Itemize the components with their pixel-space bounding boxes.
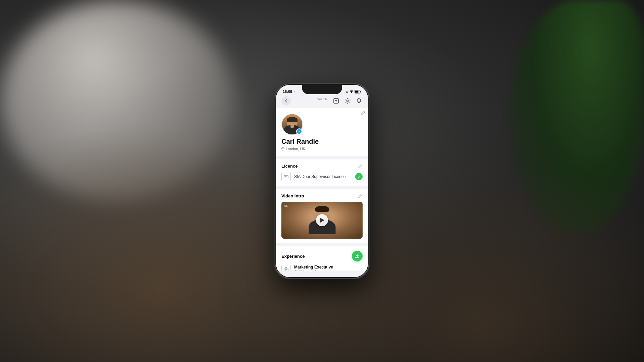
nav-icons xyxy=(332,97,363,105)
experience-content: Marketing Executive Get Licensed xyxy=(294,265,363,270)
settings-button[interactable] xyxy=(344,97,351,105)
upload-nav-button[interactable] xyxy=(332,97,340,105)
experience-icon xyxy=(281,265,291,270)
video-watermark: GL xyxy=(284,204,288,207)
svg-rect-3 xyxy=(355,90,359,93)
phone-wrapper: 18:09 ↑ ▲ xyxy=(275,84,369,278)
signal-icon: ▲ xyxy=(345,90,348,93)
status-time: 18:09 xyxy=(283,89,292,94)
experience-job-title: Marketing Executive xyxy=(294,265,363,269)
licence-section: Licence xyxy=(276,159,368,186)
phone-device: 18:09 ↑ ▲ xyxy=(275,84,369,278)
avatar-container: ✓ xyxy=(281,114,303,135)
video-section-header: Video Intro xyxy=(281,193,363,198)
battery-icon xyxy=(355,90,361,94)
location-text: London, UK xyxy=(286,147,305,151)
location-icon xyxy=(281,147,284,151)
experience-upload-button[interactable] xyxy=(352,251,363,261)
profile-edit-button[interactable] xyxy=(359,108,368,118)
screen-content: ✓ Carl Randle xyxy=(276,108,368,270)
experience-section: Experience xyxy=(276,246,368,270)
svg-rect-10 xyxy=(284,175,288,178)
back-button[interactable] xyxy=(281,96,291,106)
profile-location: London, UK xyxy=(281,147,363,151)
phone-notch xyxy=(302,85,342,94)
svg-point-0 xyxy=(351,93,352,93)
notifications-button[interactable] xyxy=(355,97,363,105)
play-triangle-icon xyxy=(320,218,324,223)
licence-edit-button[interactable] xyxy=(358,164,363,169)
licence-name: SIA Door Supervisor Licence xyxy=(294,174,352,179)
status-icons: ▲ xyxy=(345,90,361,94)
nav-bar: Search xyxy=(276,95,368,108)
svg-point-5 xyxy=(347,100,348,102)
profile-name: Carl Randle xyxy=(281,138,363,145)
video-edit-button[interactable] xyxy=(358,194,363,198)
experience-company: Get Licensed xyxy=(294,269,363,270)
wifi-icon xyxy=(350,90,354,93)
play-button[interactable] xyxy=(316,214,328,226)
verified-badge: ✓ xyxy=(296,128,302,134)
licence-card-icon xyxy=(281,172,291,181)
video-thumbnail[interactable]: GL xyxy=(281,202,363,239)
profile-section: ✓ Carl Randle xyxy=(276,108,368,156)
video-section: Video Intro xyxy=(276,189,368,243)
svg-point-8 xyxy=(282,148,283,149)
video-section-title: Video Intro xyxy=(281,193,304,198)
licence-verified-badge: ✓ xyxy=(355,173,363,180)
svg-rect-2 xyxy=(361,91,361,92)
phone-screen: 18:09 ↑ ▲ xyxy=(276,85,368,277)
licence-section-title: Licence xyxy=(281,164,298,169)
experience-item: Marketing Executive Get Licensed xyxy=(281,265,363,270)
search-hint: Search xyxy=(317,98,327,101)
experience-section-header: Experience xyxy=(281,251,363,261)
experience-section-title: Experience xyxy=(281,254,305,259)
licence-item: SIA Door Supervisor Licence ✓ xyxy=(281,172,363,181)
licence-section-header: Licence xyxy=(281,164,363,169)
status-upload-icon: ↑ xyxy=(293,90,295,93)
